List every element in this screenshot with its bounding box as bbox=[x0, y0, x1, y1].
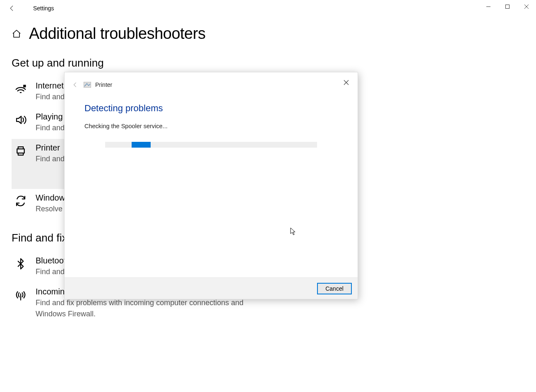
progress-bar bbox=[105, 142, 317, 148]
svg-rect-4 bbox=[23, 85, 26, 87]
home-icon[interactable] bbox=[12, 29, 22, 39]
dialog-heading: Detecting problems bbox=[84, 103, 338, 114]
minimize-button[interactable] bbox=[479, 0, 498, 13]
wifi-icon bbox=[13, 81, 28, 95]
titlebar: Settings bbox=[0, 0, 536, 17]
dialog-close-icon[interactable] bbox=[340, 76, 352, 88]
section-get-up-running: Get up and running bbox=[12, 57, 524, 69]
dialog-status-text: Checking the Spooler service... bbox=[84, 123, 338, 129]
progress-fill bbox=[132, 142, 151, 148]
dialog-back-icon[interactable] bbox=[70, 82, 80, 88]
cancel-button[interactable]: Cancel bbox=[317, 283, 352, 294]
speaker-icon bbox=[13, 112, 28, 126]
dialog-title: Printer bbox=[95, 81, 112, 88]
page-title: Additional troubleshooters bbox=[29, 25, 205, 43]
dialog-printer-icon bbox=[84, 81, 92, 88]
svg-rect-5 bbox=[84, 82, 91, 88]
printer-icon bbox=[13, 143, 28, 157]
svg-rect-1 bbox=[506, 5, 510, 9]
item-desc: Find and fix problems with incoming comp… bbox=[36, 297, 272, 319]
back-icon[interactable] bbox=[6, 5, 18, 12]
troubleshooter-dialog: Printer Detecting problems Checking the … bbox=[64, 72, 358, 299]
antenna-icon bbox=[13, 287, 28, 301]
window-controls bbox=[479, 0, 536, 13]
sync-icon bbox=[13, 193, 28, 207]
maximize-button[interactable] bbox=[498, 0, 517, 13]
app-title: Settings bbox=[33, 5, 54, 12]
bluetooth-icon bbox=[13, 256, 28, 270]
close-button[interactable] bbox=[517, 0, 536, 13]
